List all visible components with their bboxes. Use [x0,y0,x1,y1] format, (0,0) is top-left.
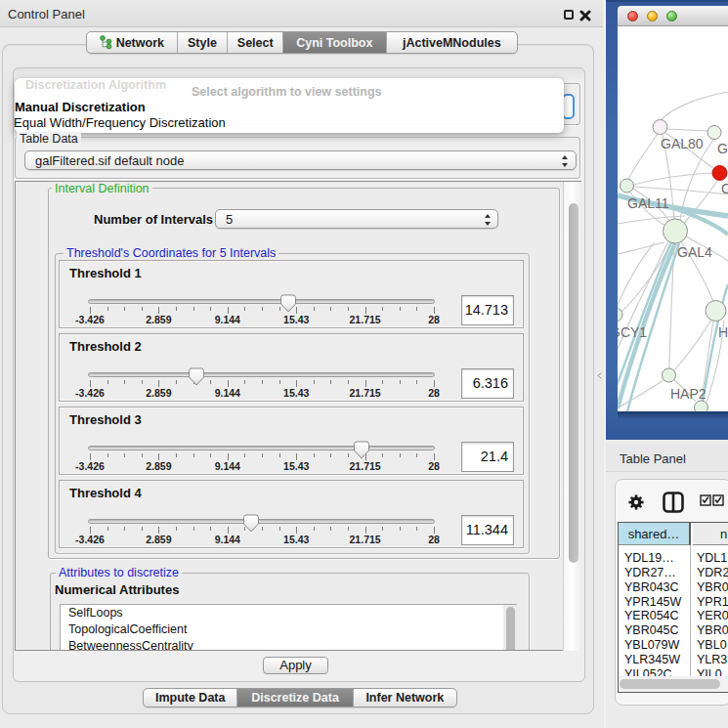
svg-text:G..: G.. [717,141,728,156]
svg-text:GAL11: GAL11 [627,195,669,211]
svg-text:H: H [718,324,728,340]
svg-text:C: C [721,181,728,196]
svg-text:GAL80: GAL80 [661,136,704,151]
svg-text:GCY1: GCY1 [618,324,647,340]
svg-text:GAL4: GAL4 [677,244,712,260]
svg-text:HAP2: HAP2 [670,386,707,402]
